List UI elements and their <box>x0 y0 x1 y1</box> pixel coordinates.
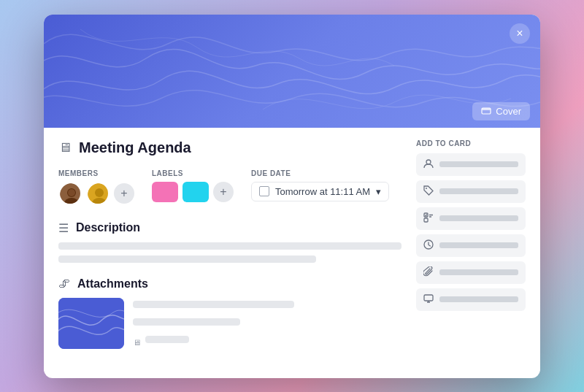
dates-sidebar-btn[interactable] <box>416 234 526 257</box>
modal-body: 🖥 Meeting Agenda MEMBERS <box>44 128 540 378</box>
labels-btn-skeleton <box>439 188 518 194</box>
avatar-1[interactable] <box>58 182 82 205</box>
checklist-btn-skeleton <box>439 215 518 221</box>
chevron-down-icon: ▾ <box>376 186 381 197</box>
description-title: Description <box>76 221 140 234</box>
label-icon <box>423 185 434 198</box>
svg-rect-13 <box>424 218 428 222</box>
cover-sidebar-btn[interactable] <box>416 288 526 311</box>
members-content: + <box>58 182 134 205</box>
description-icon: ☰ <box>58 221 69 235</box>
labels-sidebar-btn[interactable] <box>416 180 526 203</box>
attachment-name-skeleton <box>133 301 294 308</box>
add-label-button[interactable]: + <box>213 182 234 202</box>
card-title-row: 🖥 Meeting Agenda <box>58 139 402 156</box>
labels-field: LABELS + <box>152 169 234 202</box>
attachment-date-skeleton <box>133 318 240 326</box>
due-date-value: Tomorrow at 11:11 AM <box>275 186 370 197</box>
avatar-2[interactable] <box>86 182 110 205</box>
checklist-sidebar-btn[interactable] <box>416 207 526 230</box>
description-header: ☰ Description <box>58 221 402 235</box>
due-date-field: DUE DATE Tomorrow at 11:11 AM ▾ <box>251 169 389 201</box>
cover-btn-skeleton <box>439 296 518 302</box>
svg-rect-17 <box>424 295 433 301</box>
svg-rect-9 <box>58 298 124 349</box>
svg-point-7 <box>95 188 104 197</box>
description-section: ☰ Description <box>58 221 402 263</box>
attachment-action-icon: 🖥 <box>133 338 141 347</box>
attachment-btn-skeleton <box>439 269 518 275</box>
checklist-icon <box>423 212 434 225</box>
members-field: MEMBERS <box>58 169 134 205</box>
card-type-icon: 🖥 <box>58 140 72 155</box>
cover-label: Cover <box>496 106 521 117</box>
member-icon <box>423 158 434 171</box>
attachments-section: 🖇 Attachments <box>58 277 402 349</box>
attachment-action-skeleton <box>145 336 189 343</box>
cover-button[interactable]: Cover <box>472 102 530 120</box>
cover-icon <box>481 106 491 116</box>
clock-icon <box>423 239 434 252</box>
sidebar: ADD TO CARD <box>416 139 526 364</box>
due-date-content: Tomorrow at 11:11 AM ▾ <box>251 182 389 201</box>
close-button[interactable]: × <box>510 23 530 44</box>
members-label: MEMBERS <box>58 169 134 177</box>
card-modal: × Cover 🖥 Meeting Agenda MEMBERS <box>44 15 540 378</box>
dates-btn-skeleton <box>439 242 518 248</box>
attachment-sidebar-btn[interactable] <box>416 261 526 284</box>
members-sidebar-btn[interactable] <box>416 153 526 176</box>
add-member-button[interactable]: + <box>114 183 134 204</box>
attachments-title: Attachments <box>77 277 148 291</box>
attachment-thumbnail[interactable] <box>58 298 124 349</box>
label-pink[interactable] <box>152 182 178 202</box>
due-date-label: DUE DATE <box>251 169 389 177</box>
due-date-checkbox[interactable] <box>259 186 269 196</box>
due-date-button[interactable]: Tomorrow at 11:11 AM ▾ <box>251 182 389 201</box>
attachment-info: 🖥 <box>133 298 402 349</box>
label-cyan[interactable] <box>182 182 209 202</box>
attachments-icon: 🖇 <box>58 277 70 291</box>
add-to-card-label: ADD TO CARD <box>416 139 526 147</box>
paperclip-icon <box>423 266 434 279</box>
card-title[interactable]: Meeting Agenda <box>79 139 191 156</box>
svg-point-5 <box>68 189 75 196</box>
members-btn-skeleton <box>439 161 518 167</box>
cover-area: × Cover <box>44 15 540 128</box>
svg-point-10 <box>426 160 431 164</box>
svg-rect-1 <box>482 108 491 110</box>
attachment-actions-row: 🖥 <box>133 336 402 349</box>
attachments-header: 🖇 Attachments <box>58 277 402 291</box>
monitor-icon <box>423 293 434 306</box>
attachments-grid: 🖥 <box>58 298 402 349</box>
labels-label: LABELS <box>152 169 234 177</box>
description-skeleton-2 <box>58 255 316 263</box>
description-skeleton-1 <box>58 242 402 250</box>
main-content: 🖥 Meeting Agenda MEMBERS <box>58 139 402 364</box>
svg-point-11 <box>426 188 427 189</box>
labels-content: + <box>152 182 234 202</box>
fields-row: MEMBERS <box>58 169 402 205</box>
